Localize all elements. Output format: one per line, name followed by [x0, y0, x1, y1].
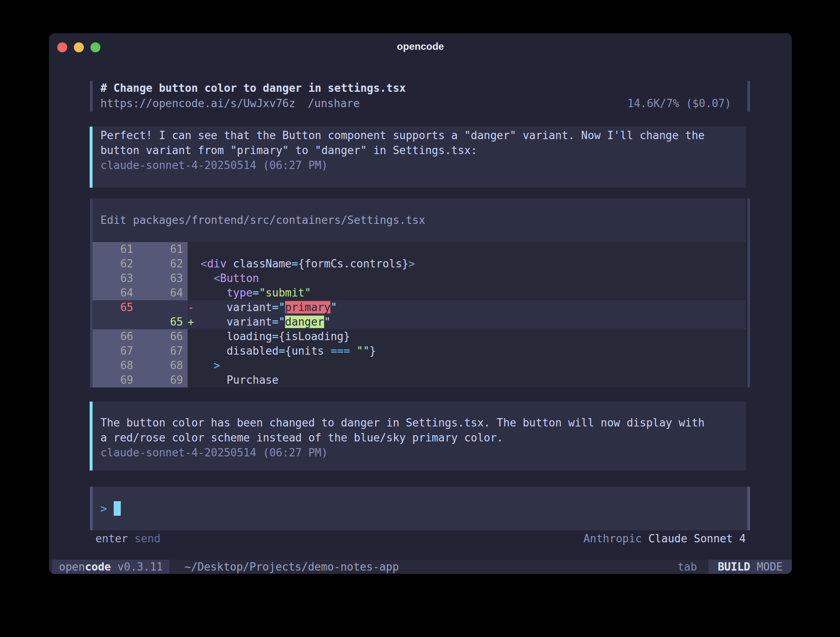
working-directory: ~/Desktop/Projects/demo-notes-app: [184, 560, 399, 574]
new-line-number: 65: [133, 315, 183, 329]
app-name-light: open: [59, 561, 85, 573]
diff-row: 6464 type="submit": [93, 286, 746, 300]
message-meta: claude-sonnet-4-20250514 (06:27 PM): [93, 158, 746, 173]
old-line-number: 67: [93, 344, 133, 358]
diff-gutter: 6767: [93, 344, 188, 358]
old-line-number: 61: [93, 242, 133, 257]
diff-code-line: <Button: [188, 271, 746, 286]
new-line-number: 63: [133, 271, 183, 286]
context-stats: 14.6K/7% ($0.07): [628, 96, 731, 111]
diff-code-line: [188, 242, 746, 257]
diff-code-line: - variant="primary": [188, 300, 746, 315]
enter-key-label: enter: [95, 532, 128, 545]
new-line-number: 61: [133, 242, 183, 257]
diff-gutter: 6464: [93, 286, 188, 300]
diff-code-line: + variant="danger": [188, 315, 746, 329]
old-line-number: 63: [93, 271, 133, 286]
new-line-number: 64: [133, 286, 183, 300]
status-bar: opencode v0.3.11 ~/Desktop/Projects/demo…: [49, 560, 792, 574]
message-meta: claude-sonnet-4-20250514 (06:27 PM): [93, 445, 746, 460]
edit-tool-block: Edit packages/frontend/src/containers/Se…: [90, 198, 750, 387]
hint-row: enter send Anthropic Claude Sonnet 4: [90, 531, 746, 546]
diff-row: 6868 >: [93, 358, 746, 373]
diff-gutter: 6262: [93, 257, 188, 271]
old-line-number: 62: [93, 257, 133, 271]
new-line-number: 67: [133, 344, 183, 358]
message-line: The button color has been changed to dan…: [93, 415, 746, 430]
diff-code-line: >: [188, 358, 746, 373]
diff-row: 6767 disabled={units === ""}: [93, 344, 746, 358]
diff-code-line: disabled={units === ""}: [188, 344, 746, 358]
diff-row: 65+ variant="danger": [93, 315, 746, 329]
diff-gutter: 65: [93, 300, 188, 315]
input-area[interactable]: >: [93, 487, 747, 530]
edit-block-scrollbar[interactable]: [747, 198, 750, 387]
new-line-number: 69: [133, 373, 183, 387]
message-line: button variant from "primary" to "danger…: [93, 143, 746, 158]
model-label: Claude Sonnet 4: [648, 532, 746, 545]
message-line: a red/rose color scheme instead of the b…: [93, 430, 746, 445]
enter-hint: enter send: [95, 531, 161, 546]
session-title: # Change button color to danger in setti…: [100, 80, 406, 96]
old-line-number: 64: [93, 286, 133, 300]
diff-row: 6161: [93, 242, 746, 257]
mode-primary: BUILD: [718, 561, 750, 573]
diff-view: 61616262 <div className={formCs.controls…: [93, 242, 746, 387]
diff-code-line: loading={isLoading}: [188, 329, 746, 344]
old-line-number: 69: [93, 373, 133, 387]
diff-row: 65- variant="primary": [93, 300, 746, 315]
new-line-number: [133, 300, 183, 315]
session-subtitle: https://opencode.ai/s/UwJxv76z/unshare: [100, 96, 360, 111]
session-header: # Change button color to danger in setti…: [90, 80, 750, 112]
prompt-symbol: >: [100, 502, 107, 515]
session-header-left-border: [90, 81, 93, 112]
diff-code-line: <div className={formCs.controls}>: [188, 257, 746, 271]
old-line-number: [93, 315, 133, 329]
old-line-number: 65: [93, 300, 133, 315]
diff-gutter: 6666: [93, 329, 188, 344]
diff-gutter: 65: [93, 315, 188, 329]
input-right-border: [747, 487, 750, 530]
diff-code-line: Purchase: [188, 373, 746, 387]
diff-code-line: type="submit": [188, 286, 746, 300]
assistant-message: Perfect! I can see that the Button compo…: [90, 127, 746, 188]
edit-block-title: Edit packages/frontend/src/containers/Se…: [93, 198, 746, 242]
mode-secondary: MODE: [757, 561, 783, 573]
new-line-number: 68: [133, 358, 183, 373]
diff-gutter: 6868: [93, 358, 188, 373]
tab-key-hint: tab: [677, 560, 697, 574]
diff-row: 6262 <div className={formCs.controls}>: [93, 257, 746, 271]
app-name-bold: code: [85, 561, 111, 573]
new-line-number: 66: [133, 329, 183, 344]
diff-row: 6363 <Button: [93, 271, 746, 286]
share-url[interactable]: https://opencode.ai/s/UwJxv76z: [100, 97, 295, 110]
mode-toggle[interactable]: BUILD MODE: [708, 560, 792, 574]
diff-gutter: 6363: [93, 271, 188, 286]
window-title: opencode: [49, 41, 792, 52]
enter-action-label: send: [134, 532, 161, 545]
unshare-command[interactable]: /unshare: [308, 97, 360, 110]
prompt-input[interactable]: >: [90, 487, 750, 530]
diff-gutter: 6969: [93, 373, 188, 387]
opencode-window: opencode # Change button color to danger…: [49, 33, 792, 574]
session-header-right-border: [747, 81, 750, 112]
diff-gutter: 6161: [93, 242, 188, 257]
old-line-number: 66: [93, 329, 133, 344]
assistant-message: The button color has been changed to dan…: [90, 402, 746, 470]
new-line-number: 62: [133, 257, 183, 271]
message-line: Perfect! I can see that the Button compo…: [93, 128, 746, 143]
text-cursor: [114, 501, 121, 516]
diff-row: 6969 Purchase: [93, 373, 746, 387]
app-version: v0.3.11: [117, 561, 163, 573]
diff-row: 6666 loading={isLoading}: [93, 329, 746, 344]
model-indicator: Anthropic Claude Sonnet 4: [584, 531, 746, 546]
old-line-number: 68: [93, 358, 133, 373]
app-version-chip: opencode v0.3.11: [52, 560, 169, 574]
provider-label: Anthropic: [584, 532, 642, 545]
